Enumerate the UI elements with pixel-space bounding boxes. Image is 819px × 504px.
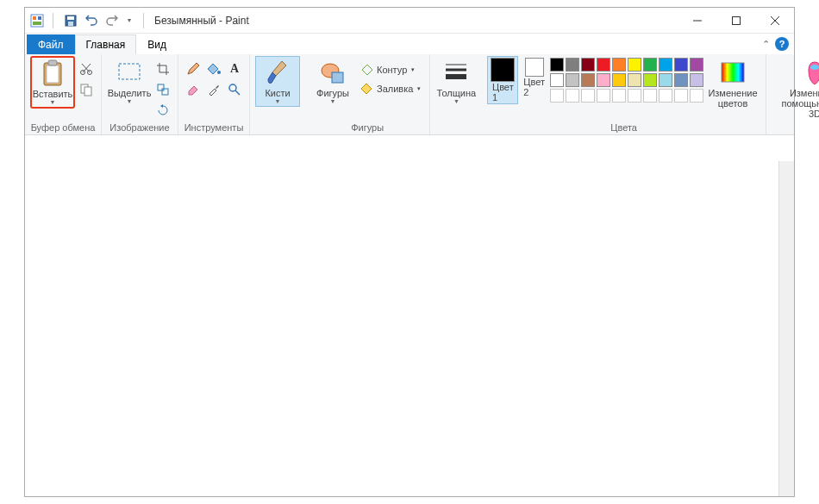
fill-tool[interactable] (204, 59, 223, 78)
svg-rect-3 (33, 22, 41, 25)
custom-color-slot[interactable] (690, 89, 703, 103)
custom-color-slot[interactable] (628, 89, 641, 103)
crop-button[interactable] (153, 59, 172, 78)
svg-point-24 (229, 84, 236, 91)
svg-rect-27 (332, 72, 343, 83)
ribbon-tabs: Файл Главная Вид ⌃ ? (25, 34, 794, 54)
custom-color-slot[interactable] (659, 89, 672, 103)
color-swatch[interactable] (643, 73, 657, 87)
color-swatch[interactable] (581, 73, 595, 87)
help-button[interactable]: ? (775, 37, 789, 51)
vertical-scrollbar[interactable] (781, 165, 792, 251)
tab-home[interactable]: Главная (75, 34, 137, 54)
color-swatch[interactable] (643, 58, 657, 72)
paint3d-button[interactable]: Изменить с помощью Paint 3D (772, 56, 819, 121)
color-swatch[interactable] (566, 58, 579, 72)
svg-line-16 (83, 64, 91, 72)
color-swatch[interactable] (566, 73, 579, 87)
group-size: Толщина ▼ (430, 54, 482, 134)
qat-redo-button[interactable] (103, 12, 121, 29)
line-weight-icon (442, 59, 470, 86)
custom-color-slot[interactable] (643, 89, 657, 103)
clipboard-icon (39, 59, 66, 87)
chevron-down-icon: ▼ (330, 98, 336, 104)
color-swatch[interactable] (628, 58, 641, 72)
svg-rect-21 (158, 84, 164, 90)
copy-button[interactable] (77, 80, 96, 99)
canvas-area[interactable] (25, 135, 794, 496)
maximize-button[interactable] (716, 8, 755, 33)
svg-line-17 (82, 64, 90, 72)
svg-point-23 (217, 71, 221, 74)
custom-color-slot[interactable] (581, 89, 595, 103)
fill-icon (360, 82, 374, 96)
group-shapes: Фигуры ▼ Контур▾ Заливка▾ Фигуры (305, 54, 430, 134)
color-swatch[interactable] (690, 58, 703, 72)
color-swatch[interactable] (628, 73, 641, 87)
color-swatch[interactable] (597, 73, 610, 87)
ribbon-collapse-button[interactable]: ⌃ (762, 39, 770, 50)
window-controls (678, 8, 794, 33)
brushes-button[interactable]: Кисти ▼ (255, 56, 300, 107)
svg-line-25 (235, 90, 240, 95)
color-swatch[interactable] (674, 73, 688, 87)
outline-icon (360, 63, 374, 77)
custom-color-slot[interactable] (612, 89, 626, 103)
color-swatch[interactable] (690, 73, 703, 87)
qat-save-button[interactable] (62, 12, 79, 29)
shape-outline-button[interactable]: Контур▾ (357, 61, 424, 78)
cut-button[interactable] (77, 59, 96, 78)
magnifier-tool[interactable] (225, 80, 244, 99)
color-swatch[interactable] (550, 58, 564, 72)
group-brushes: Кисти ▼ (250, 54, 305, 134)
rotate-button[interactable] (153, 101, 172, 120)
color-swatch[interactable] (659, 73, 672, 87)
edit-colors-button[interactable]: Изменение цветов (705, 56, 760, 111)
svg-rect-2 (38, 16, 41, 20)
color-swatch[interactable] (612, 58, 626, 72)
group-image: Выделить ▼ Изображение (102, 54, 178, 134)
svg-rect-31 (722, 63, 744, 82)
shapes-gallery-button[interactable]: Фигуры ▼ (310, 56, 355, 107)
color-swatch[interactable] (550, 73, 564, 87)
pencil-tool[interactable] (184, 59, 203, 78)
resize-button[interactable] (153, 80, 172, 99)
group-clipboard: Вставить ▼ Буфер обмена (25, 54, 102, 134)
color2-swatch (525, 58, 544, 77)
qat-undo-button[interactable] (83, 12, 100, 29)
size-button[interactable]: Толщина ▼ (435, 56, 477, 107)
svg-rect-19 (84, 87, 91, 96)
svg-rect-12 (47, 65, 59, 83)
color-swatch[interactable] (581, 58, 595, 72)
color2-button[interactable]: Цвет 2 (520, 56, 548, 99)
group-colors: Цвет 1 Цвет 2 Изменение цветов Цвета (482, 54, 766, 134)
custom-color-slot[interactable] (674, 89, 688, 103)
shape-fill-button[interactable]: Заливка▾ (357, 80, 424, 97)
shapes-icon (319, 59, 347, 86)
chevron-down-icon: ▼ (453, 98, 460, 104)
custom-color-slot[interactable] (566, 89, 579, 103)
minimize-button[interactable] (678, 8, 716, 33)
color-swatch[interactable] (597, 58, 610, 72)
color-picker-tool[interactable] (204, 80, 223, 99)
custom-color-slot[interactable] (597, 89, 610, 103)
eraser-tool[interactable] (184, 80, 203, 99)
custom-color-slot[interactable] (550, 89, 564, 103)
paste-button[interactable]: Вставить ▼ (30, 56, 75, 109)
select-button[interactable]: Выделить ▼ (107, 56, 152, 107)
tab-file[interactable]: Файл (27, 34, 75, 54)
close-button[interactable] (755, 8, 794, 33)
qat-customize-button[interactable]: ▾ (124, 12, 134, 29)
color-swatch[interactable] (674, 58, 688, 72)
select-rect-icon (116, 59, 143, 86)
text-tool[interactable]: A (225, 59, 244, 78)
color-swatch[interactable] (612, 73, 626, 87)
color1-swatch (491, 58, 515, 82)
titlebar: ▾ Безымянный - Paint (25, 8, 794, 34)
tab-view[interactable]: Вид (136, 34, 178, 54)
brush-icon (264, 59, 291, 86)
chevron-down-icon: ▼ (275, 98, 281, 104)
svg-rect-22 (162, 89, 168, 95)
color1-button[interactable]: Цвет 1 (487, 56, 518, 104)
color-swatch[interactable] (659, 58, 672, 72)
